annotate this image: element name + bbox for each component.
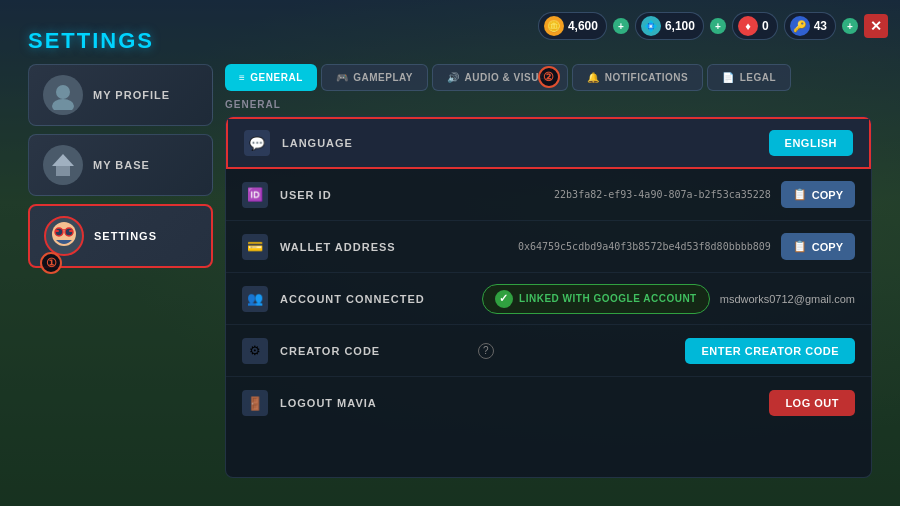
gameplay-tab-label: GAMEPLAY <box>353 72 413 83</box>
user-id-label: USER ID <box>280 189 554 201</box>
circle-number-2: ② <box>538 66 560 88</box>
wallet-value: 0x64759c5cdbd9a40f3b8572be4d53f8d80bbbb8… <box>518 241 771 252</box>
tab-gameplay[interactable]: 🎮 GAMEPLAY <box>321 64 428 91</box>
creator-code-help-icon[interactable]: ? <box>478 343 494 359</box>
wallet-copy-label: COPY <box>812 241 843 253</box>
sidebar-item-my-base[interactable]: MY BASE <box>28 134 213 196</box>
svg-point-0 <box>56 85 70 99</box>
account-connected-row: 👥 ACCOUNT CONNECTED ✓ LINKED WITH GOOGLE… <box>226 273 871 325</box>
svg-point-1 <box>52 99 74 110</box>
section-heading: GENERAL <box>225 99 872 110</box>
settings-avatar <box>44 216 84 256</box>
sidebar: MY PROFILE MY BASE <box>28 64 213 478</box>
general-tab-icon: ≡ <box>239 72 245 83</box>
language-button-label: ENGLISH <box>785 137 837 149</box>
user-id-value: 22b3fa82-ef93-4a90-807a-b2f53ca35228 <box>554 189 771 200</box>
linked-badge: ✓ LINKED WITH GOOGLE ACCOUNT <box>482 284 710 314</box>
language-row: 💬 LANGUAGE ENGLISH <box>226 117 871 169</box>
account-icon: 👥 <box>242 286 268 312</box>
legal-tab-label: LEGAL <box>740 72 776 83</box>
logout-row: 🚪 LOGOUT MAVIA LOG OUT <box>226 377 871 429</box>
sidebar-item-settings[interactable]: SETTINGS ① <box>28 204 213 268</box>
base-avatar <box>43 145 83 185</box>
account-connected-label: ACCOUNT CONNECTED <box>280 293 482 305</box>
profile-avatar <box>43 75 83 115</box>
content-area: MY PROFILE MY BASE <box>28 64 872 478</box>
gameplay-tab-icon: 🎮 <box>336 72 349 83</box>
legal-tab-icon: 📄 <box>722 72 735 83</box>
wallet-address-row: 💳 WALLET ADDRESS 0x64759c5cdbd9a40f3b857… <box>226 221 871 273</box>
wallet-copy-button[interactable]: 📋 COPY <box>781 233 855 260</box>
enter-creator-code-label: ENTER CREATOR CODE <box>701 345 839 357</box>
tab-legal[interactable]: 📄 LEGAL <box>707 64 791 91</box>
creator-code-icon: ⚙ <box>242 338 268 364</box>
svg-rect-8 <box>69 230 73 232</box>
main-content: ② ≡ GENERAL 🎮 GAMEPLAY 🔊 AUDIO & VISUAL <box>225 64 872 478</box>
creator-code-row: ⚙ CREATOR CODE ? ENTER CREATOR CODE <box>226 325 871 377</box>
account-email: msdworks0712@gmail.com <box>720 293 855 305</box>
wallet-label: WALLET ADDRESS <box>280 241 518 253</box>
copy-icon: 📋 <box>793 188 807 201</box>
notifications-tab-label: NOTIFICATIONS <box>605 72 689 83</box>
page-title: SETTINGS <box>28 28 872 54</box>
creator-code-label: CREATOR CODE <box>280 345 472 357</box>
user-id-icon: 🆔 <box>242 182 268 208</box>
language-icon: 💬 <box>244 130 270 156</box>
logout-button-label: LOG OUT <box>785 397 839 409</box>
general-tab-label: GENERAL <box>250 72 302 83</box>
sidebar-item-settings-label: SETTINGS <box>94 230 157 242</box>
wallet-icon: 💳 <box>242 234 268 260</box>
logout-icon: 🚪 <box>242 390 268 416</box>
sidebar-item-my-base-label: MY BASE <box>93 159 150 171</box>
sidebar-item-my-profile[interactable]: MY PROFILE <box>28 64 213 126</box>
settings-panel: SETTINGS MY PROFILE <box>28 28 872 478</box>
svg-marker-3 <box>52 154 74 166</box>
user-id-row: 🆔 USER ID 22b3fa82-ef93-4a90-807a-b2f53c… <box>226 169 871 221</box>
linked-checkmark-icon: ✓ <box>495 290 513 308</box>
user-id-copy-label: COPY <box>812 189 843 201</box>
svg-rect-7 <box>55 230 59 232</box>
settings-rows: 💬 LANGUAGE ENGLISH 🆔 USER ID 22b3fa82-ef… <box>225 116 872 478</box>
circle-number-1: ① <box>40 252 62 274</box>
language-button[interactable]: ENGLISH <box>769 130 853 156</box>
wallet-copy-icon: 📋 <box>793 240 807 253</box>
language-label: LANGUAGE <box>282 137 769 149</box>
audio-tab-icon: 🔊 <box>447 72 460 83</box>
notifications-tab-icon: 🔔 <box>587 72 600 83</box>
logout-button[interactable]: LOG OUT <box>769 390 855 416</box>
linked-badge-label: LINKED WITH GOOGLE ACCOUNT <box>519 293 697 304</box>
tab-notifications[interactable]: 🔔 NOTIFICATIONS <box>572 64 703 91</box>
enter-creator-code-button[interactable]: ENTER CREATOR CODE <box>685 338 855 364</box>
tab-general[interactable]: ≡ GENERAL <box>225 64 317 91</box>
user-id-copy-button[interactable]: 📋 COPY <box>781 181 855 208</box>
sidebar-item-my-profile-label: MY PROFILE <box>93 89 170 101</box>
logout-label: LOGOUT MAVIA <box>280 397 769 409</box>
